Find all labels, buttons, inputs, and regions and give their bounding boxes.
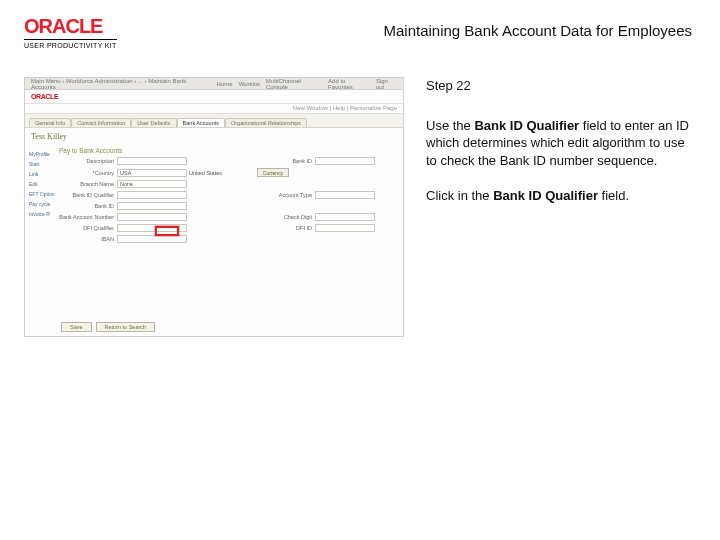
thumb-tab: User Defaults [131, 118, 176, 127]
thumb-link-worklist: Worklist [239, 81, 260, 87]
thumb-breadcrumb: Main Menu › Workforce Administration › .… [31, 78, 205, 90]
thumb-button: Currency [257, 168, 289, 177]
thumb-link-console: MultiChannel Console [266, 78, 322, 90]
thumb-tab-active: Bank Accounts [177, 118, 225, 127]
highlight-box [155, 226, 179, 236]
thumb-leftlink: Edit [29, 179, 55, 189]
thumb-return-button: Return to Search [96, 322, 156, 332]
thumb-label: Bank Account Number [59, 214, 117, 220]
thumb-tab: General Info [29, 118, 71, 127]
thumb-field [315, 224, 375, 232]
text-run: field. [598, 188, 629, 203]
thumb-label: Check Digit [257, 214, 315, 220]
thumb-link-signout: Sign out [376, 78, 397, 90]
text-run: Use the [426, 118, 474, 133]
thumb-left-links: MyProfile Start Link Edit EFT Option Pay… [25, 143, 57, 247]
thumb-subnav: New Window | Help | Personalize Page [25, 104, 403, 114]
step-label: Step 22 [426, 77, 696, 95]
thumb-label: IBAN [59, 236, 117, 242]
thumb-field: None [117, 180, 187, 188]
thumb-brand-bar: ORACLE [25, 90, 403, 104]
thumb-oracle-logo: ORACLE [31, 93, 58, 100]
thumb-form-grid: Description Bank ID *Country USA United … [59, 157, 395, 243]
thumb-field [315, 191, 375, 199]
thumb-field [117, 202, 187, 210]
thumb-country-text: United States [187, 170, 257, 176]
thumb-field [117, 213, 187, 221]
thumb-breadcrumb-bar: Main Menu › Workforce Administration › .… [25, 78, 403, 90]
thumb-leftlink: Start [29, 159, 55, 169]
oracle-upk-logo: ORACLE USER PRODUCTIVITY KIT [24, 16, 117, 49]
thumb-field [315, 157, 375, 165]
thumb-leftlink: Pay cycle [29, 199, 55, 209]
thumb-tabstrip: General Info Contact Information User De… [25, 114, 403, 128]
thumb-leftlink: EFT Option [29, 189, 55, 199]
thumb-label: Bank ID [257, 158, 315, 164]
thumb-field [315, 213, 375, 221]
thumb-label: *Country [59, 170, 117, 176]
thumb-field [117, 157, 187, 165]
thumb-leftlink: MyProfile [29, 149, 55, 159]
thumb-link-favorites: Add to Favorites [328, 78, 370, 90]
upk-subtitle: USER PRODUCTIVITY KIT [24, 39, 117, 49]
page-title: Maintaining Bank Account Data for Employ… [157, 16, 696, 39]
thumb-tab: Contact Information [71, 118, 131, 127]
thumb-link-home: Home [217, 81, 233, 87]
thumb-field [117, 235, 187, 243]
oracle-wordmark: ORACLE [24, 16, 102, 36]
instruction-panel: Step 22 Use the Bank ID Qualifier field … [426, 77, 696, 337]
thumb-tab: Organizational Relationships [225, 118, 307, 127]
thumb-footer: Save Return to Search [61, 322, 155, 332]
thumb-label: Branch Name [59, 181, 117, 187]
thumb-label: DFI Qualifier [59, 225, 117, 231]
thumb-label: DFI ID [257, 225, 315, 231]
thumb-leftlink: Link [29, 169, 55, 179]
thumb-label: Description [59, 158, 117, 164]
thumb-label: Account Type [257, 192, 315, 198]
thumb-save-button: Save [61, 322, 92, 332]
text-bold: Bank ID Qualifier [493, 188, 598, 203]
text-run: Click in the [426, 188, 493, 203]
thumb-label: Bank ID [59, 203, 117, 209]
screenshot-thumbnail: Main Menu › Workforce Administration › .… [24, 77, 404, 337]
thumb-panel-title: Pay to Bank Accounts [59, 147, 395, 154]
instruction-paragraph-1: Use the Bank ID Qualifier field to enter… [426, 117, 696, 170]
instruction-paragraph-2: Click in the Bank ID Qualifier field. [426, 187, 696, 205]
thumb-label: Bank ID Qualifier [59, 192, 117, 198]
thumb-field-bank-id-qualifier [117, 191, 187, 199]
thumb-employee-name: Tess Killey [25, 128, 403, 143]
text-bold: Bank ID Qualifier [474, 118, 579, 133]
thumb-field: USA [117, 169, 187, 177]
thumb-leftlink: Invoice R [29, 209, 55, 219]
